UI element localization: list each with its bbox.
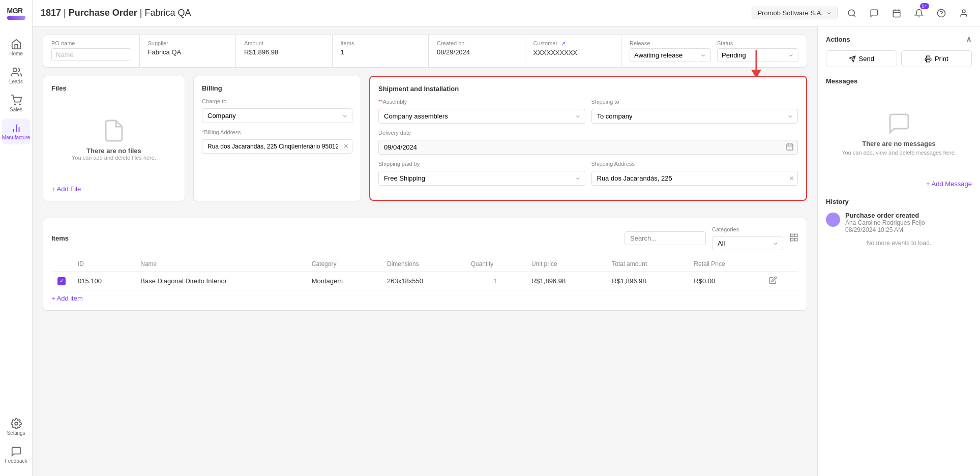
svg-rect-18 [787,144,793,150]
messages-empty-icon [887,111,911,136]
shipping-to-select[interactable]: To company [591,109,798,124]
release-select[interactable]: Awaiting release [630,48,711,62]
po-id: 1817 [41,8,61,18]
billing-address-label: *Billing Address [202,129,352,135]
delivery-date-input[interactable] [378,140,798,155]
sidebar-item-home[interactable]: Home [2,35,31,61]
no-more-events: No more events to load. [826,240,972,247]
col-unit-price: Unit price [525,256,606,272]
items-controls: Categories All [625,226,798,250]
history-section: History Purchase order created Ana Carol… [826,198,972,247]
search-button[interactable] [844,5,860,21]
messages-empty-state: There are no messages You can add, view … [826,91,972,176]
assembly-label: **Assembly [378,99,585,105]
external-link-icon[interactable]: ↗ [561,40,566,46]
charge-to-select[interactable]: Company [202,108,352,123]
svg-rect-25 [795,239,797,241]
history-content: Purchase order created Ana Caroline Rodr… [845,212,925,233]
svg-rect-28 [926,60,930,62]
items-section: Items Categories All [43,218,807,311]
messages-empty-title: There are no messages [862,140,936,147]
sidebar-item-label-leads: Leads [9,79,23,84]
svg-line-8 [853,15,855,16]
print-button[interactable]: Print [901,50,972,67]
po-name-input[interactable] [51,48,131,61]
release-status-cell: Release Awaiting release Status Pending [621,35,807,67]
shipping-to-field: Shipping to To company [591,99,798,124]
send-icon [849,55,856,63]
charge-to-field: Charge to Company [202,98,352,123]
help-button[interactable] [933,5,949,21]
release-label: Release [630,40,711,46]
history-event-date: 08/29/2024 10:25 AM [845,226,925,233]
topbar-actions: Promob Software S.A. 5+ [752,5,972,21]
row-checkbox[interactable] [51,272,72,290]
calendar-picker-icon[interactable] [786,142,794,152]
messages-section: Messages There are no messages You can a… [826,77,972,188]
items-label: Items [341,40,421,46]
user-button[interactable] [956,5,972,21]
customer-label: Customer ↗ [533,40,613,47]
chat-icon [870,9,879,18]
svg-point-15 [962,10,965,13]
svg-rect-24 [790,239,793,241]
add-item-link[interactable]: + Add item [51,294,798,302]
assembly-select[interactable]: Company assemblers [378,109,585,124]
status-label: Status [717,40,798,46]
categories-select[interactable]: All [712,236,783,250]
items-cell: Items 1 [333,35,429,67]
billing-address-clear[interactable]: × [344,142,348,151]
calendar-icon [892,9,901,18]
amount-value: R$1,896.98 [244,48,324,56]
shipping-address-label: Shipping Address [591,161,798,167]
file-icon [102,118,126,143]
col-category: Category [306,256,381,272]
chevron-down-icon [826,10,832,16]
billing-address-field: *Billing Address × [202,129,352,154]
files-empty-state: There are no files You can add and delet… [51,98,176,181]
sidebar-item-leads[interactable]: Leads [2,63,31,88]
svg-point-6 [15,422,18,425]
checkbox-checked-icon [57,277,66,285]
shipping-paid-select[interactable]: Free Shipping [378,171,585,186]
items-table: ID Name Category Dimensions Quantity Uni… [51,256,798,290]
sidebar-nav: Home Leads Sales Manufacture [2,31,31,414]
company-selector[interactable]: Promob Software S.A. [752,7,838,19]
chat-button[interactable] [866,5,882,21]
shipping-paid-label: Shipping paid by [378,161,585,167]
sidebar-item-feedback[interactable]: Feedback [2,442,31,468]
row-retail-price: R$0.00 [688,272,763,290]
billing-address-input[interactable] [202,139,352,154]
add-file-link[interactable]: + Add File [51,185,176,193]
shipping-address-input[interactable] [591,171,798,186]
row-edit[interactable] [763,272,798,290]
add-item-label: + Add item [51,294,83,302]
add-message-label: + Add Message [926,180,972,188]
row-category: Montagem [306,272,381,290]
add-message-link[interactable]: + Add Message [826,180,972,188]
table-row: 015.100 Base Diagonal Direito Inferior M… [51,272,798,290]
sidebar-item-settings[interactable]: Settings [2,414,31,440]
grid-view-icon[interactable] [789,233,798,244]
shipping-address-field: Shipping Address × [591,161,798,186]
send-label: Send [859,55,874,63]
delivery-date-field: Delivery date [378,130,798,155]
notifications-button[interactable]: 5+ [911,5,927,21]
calendar-button[interactable] [888,5,905,21]
supplier-value: Fabrica QA [148,48,228,56]
delivery-date-label: Delivery date [378,130,798,136]
send-button[interactable]: Send [826,50,897,67]
files-title: Files [51,84,176,92]
supplier-cell: Supplier Fabrica QA [140,35,236,67]
items-search-input[interactable] [625,231,706,245]
shipping-address-clear[interactable]: × [789,174,794,183]
sidebar-item-manufacture[interactable]: Manufacture [2,118,31,144]
assembly-field: **Assembly Company assemblers [378,99,585,124]
actions-collapse-icon[interactable]: ∧ [966,35,972,44]
categories-field: Categories All [712,226,783,250]
files-section: Files There are no files You can add and… [43,76,185,201]
sidebar-item-sales[interactable]: Sales [2,91,31,116]
sidebar-item-label-manufacture: Manufacture [2,135,31,140]
logo-text: MGR [7,7,25,15]
history-item: Purchase order created Ana Caroline Rodr… [826,212,972,233]
